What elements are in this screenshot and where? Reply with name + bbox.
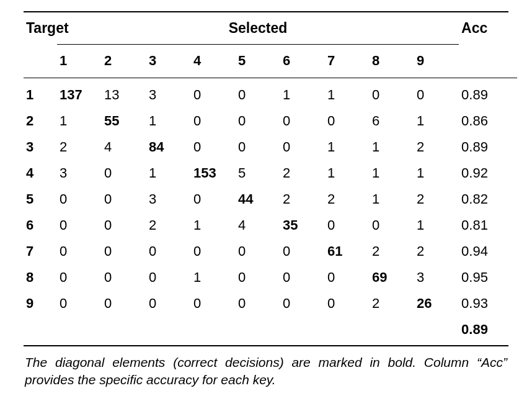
cell: 2 <box>325 186 370 212</box>
cell: 0 <box>280 264 325 291</box>
cell: 44 <box>236 186 280 212</box>
cell: 5 <box>236 160 280 186</box>
cell: 0 <box>414 78 459 109</box>
table-body: 11371330011000.89215510000610.8632484000… <box>24 78 517 346</box>
row-label: 6 <box>24 212 57 238</box>
cell: 0 <box>146 264 191 291</box>
cell: 0 <box>102 291 146 317</box>
cell: 0 <box>102 212 146 238</box>
cell: 61 <box>325 238 370 264</box>
cell: 3 <box>146 186 191 212</box>
row-label: 5 <box>24 186 57 212</box>
cell: 55 <box>102 108 146 134</box>
cell: 35 <box>280 212 325 238</box>
cell: 0 <box>102 160 146 186</box>
row-label: 7 <box>24 238 57 264</box>
table-head: Target Selected Acc 1 2 3 4 5 6 7 8 9 <box>24 12 517 78</box>
cell: 2 <box>146 212 191 238</box>
row-accuracy: 0.95 <box>459 264 517 291</box>
cell: 0 <box>325 212 370 238</box>
table-row: 11371330011000.89 <box>24 78 517 109</box>
cell: 0 <box>325 108 370 134</box>
cell: 2 <box>370 238 414 264</box>
cell: 0 <box>102 238 146 264</box>
cell: 2 <box>414 186 459 212</box>
table-row: 500304422120.82 <box>24 186 517 212</box>
cell: 2 <box>57 134 102 160</box>
col-label-2: 2 <box>102 44 146 78</box>
row-label: 9 <box>24 291 57 317</box>
row-accuracy: 0.93 <box>459 291 517 317</box>
row-accuracy: 0.81 <box>459 212 517 238</box>
confusion-matrix-table: Target Selected Acc 1 2 3 4 5 6 7 8 9 <box>24 12 517 345</box>
cell: 26 <box>414 291 459 317</box>
summary-blank <box>24 317 57 345</box>
col-label-7: 7 <box>325 44 370 78</box>
cell: 0 <box>191 78 236 109</box>
row-label: 8 <box>24 264 57 291</box>
summary-blank <box>325 317 370 345</box>
table-row: 4301153521110.92 <box>24 160 517 186</box>
summary-blank <box>102 317 146 345</box>
cell: 137 <box>57 78 102 109</box>
subheader-row: 1 2 3 4 5 6 7 8 9 <box>24 44 517 78</box>
row-label: 3 <box>24 134 57 160</box>
cell: 1 <box>325 134 370 160</box>
cell: 2 <box>414 134 459 160</box>
cell: 0 <box>57 186 102 212</box>
row-accuracy: 0.86 <box>459 108 517 134</box>
cell: 1 <box>370 160 414 186</box>
cell: 2 <box>414 238 459 264</box>
cell: 6 <box>370 108 414 134</box>
cell: 0 <box>325 291 370 317</box>
table-row: 215510000610.86 <box>24 108 517 134</box>
cell: 2 <box>280 186 325 212</box>
table-frame: Target Selected Acc 1 2 3 4 5 6 7 8 9 <box>24 11 508 346</box>
summary-blank <box>57 317 102 345</box>
cell: 0 <box>236 78 280 109</box>
cell: 1 <box>325 78 370 109</box>
cell: 1 <box>280 78 325 109</box>
cell: 0 <box>236 134 280 160</box>
cell: 13 <box>102 78 146 109</box>
cell: 0 <box>280 291 325 317</box>
cell: 1 <box>370 186 414 212</box>
cell: 0 <box>191 291 236 317</box>
col-label-8: 8 <box>370 44 414 78</box>
cell: 0 <box>236 108 280 134</box>
page-container: Target Selected Acc 1 2 3 4 5 6 7 8 9 <box>0 0 532 401</box>
cell: 0 <box>280 134 325 160</box>
cell: 0 <box>191 238 236 264</box>
cell: 1 <box>414 108 459 134</box>
cell: 0 <box>236 291 280 317</box>
cell: 153 <box>191 160 236 186</box>
cell: 1 <box>146 108 191 134</box>
cell: 0 <box>146 291 191 317</box>
row-accuracy: 0.82 <box>459 186 517 212</box>
cell: 0 <box>325 264 370 291</box>
summary-blank <box>280 317 325 345</box>
cell: 4 <box>102 134 146 160</box>
row-label: 2 <box>24 108 57 134</box>
cell: 0 <box>102 264 146 291</box>
cell: 3 <box>57 160 102 186</box>
row-accuracy: 0.89 <box>459 78 517 109</box>
cell: 0 <box>191 186 236 212</box>
row-accuracy: 0.92 <box>459 160 517 186</box>
cell: 1 <box>325 160 370 186</box>
cell: 0 <box>102 186 146 212</box>
cell: 1 <box>191 212 236 238</box>
header-target: Target <box>24 12 57 44</box>
cell: 1 <box>414 212 459 238</box>
cell: 0 <box>57 264 102 291</box>
cell: 4 <box>236 212 280 238</box>
summary-blank <box>414 317 459 345</box>
cell: 0 <box>146 238 191 264</box>
cell: 0 <box>236 264 280 291</box>
col-label-1: 1 <box>57 44 102 78</box>
col-label-4: 4 <box>191 44 236 78</box>
summary-blank <box>146 317 191 345</box>
subheader-blank-right <box>459 44 517 78</box>
cell: 1 <box>191 264 236 291</box>
col-label-5: 5 <box>236 44 280 78</box>
